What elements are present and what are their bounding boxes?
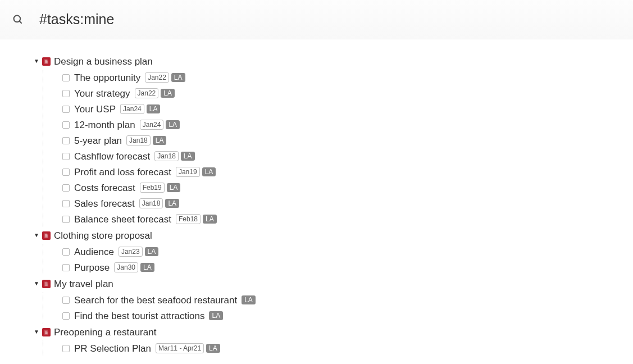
task-row[interactable]: Search for the best seafood restaurantLA [62,292,633,308]
task-title[interactable]: Audience [74,247,114,257]
assignee-badge: LA [147,104,161,113]
task-list: The opportunityJan22LAYour strategyJan22… [43,70,633,227]
task-list: AudienceJan23LAPurposeJan30LA [43,244,633,275]
task-title[interactable]: Find the best tourist attractions [74,311,204,321]
task-checkbox[interactable] [62,137,70,144]
assignee-badge: LA [166,120,180,129]
assignee-badge: LA [171,73,185,82]
date-badge: Jan18 [126,135,151,145]
disclosure-triangle-icon[interactable]: ▼ [33,329,40,335]
task-title[interactable]: Balance sheet forecast [74,215,171,224]
search-query[interactable]: #tasks:mine [39,11,114,28]
task-checkbox[interactable] [62,248,70,256]
date-badge: Jan23 [119,247,143,257]
task-title[interactable]: PR Selection Plan [74,344,151,353]
task-row[interactable]: Costs forecastFeb19LA [62,180,633,195]
task-row[interactable]: PurposeJan30LA [62,260,633,275]
task-row[interactable]: Balance sheet forecastFeb18LA [62,211,633,227]
date-badge: Jan22 [135,88,159,98]
assignee-badge: LA [203,215,217,224]
document-node[interactable]: ▼Design a business plan [33,53,633,70]
date-badge: Jan24 [140,120,164,130]
document-icon [42,280,51,288]
task-title[interactable]: Your strategy [74,89,130,98]
assignee-badge: LA [153,136,167,145]
task-checkbox[interactable] [62,169,70,176]
document-icon [42,328,51,336]
assignee-badge: LA [206,344,220,353]
document-icon [42,231,51,240]
date-badge: Mar11 - Apr21 [156,343,204,353]
task-title[interactable]: 12-month plan [74,120,135,130]
disclosure-triangle-icon[interactable]: ▼ [33,233,40,238]
document-node[interactable]: ▼Preopening a restaurant [33,324,633,340]
task-checkbox[interactable] [62,200,70,207]
task-checkbox[interactable] [62,345,70,352]
document-title[interactable]: Preopening a restaurant [54,327,156,337]
svg-line-1 [20,21,22,23]
svg-point-0 [14,15,21,22]
task-checkbox[interactable] [62,184,70,192]
task-row[interactable]: Find the best tourist attractionsLA [62,308,633,324]
date-badge: Jan19 [176,167,200,177]
task-row[interactable]: Sales forecastJan18LA [62,195,633,211]
date-badge: Jan18 [139,198,163,208]
document-title[interactable]: My travel plan [54,279,113,289]
task-checkbox[interactable] [62,312,70,320]
task-checkbox[interactable] [62,106,70,113]
task-title[interactable]: Purpose [74,263,110,272]
task-checkbox[interactable] [62,153,70,160]
task-row[interactable]: The opportunityJan22LA [62,70,633,85]
document-title[interactable]: Clothing store proposal [54,231,152,240]
disclosure-triangle-icon[interactable]: ▼ [33,281,40,286]
task-row[interactable]: Cashflow forecastJan18LA [62,148,633,164]
task-title[interactable]: Cashflow forecast [74,152,150,161]
task-checkbox[interactable] [62,74,70,81]
assignee-badge: LA [161,89,175,98]
task-title[interactable]: Costs forecast [74,183,135,193]
task-checkbox[interactable] [62,297,70,304]
task-row[interactable]: PR Selection PlanMar11 - Apr21LA [62,340,633,356]
task-list: PR Selection PlanMar11 - Apr21LA [43,340,633,356]
document-title[interactable]: Design a business plan [54,57,153,66]
date-badge: Jan30 [114,262,138,272]
document-icon [42,57,51,66]
date-badge: Feb19 [140,183,165,193]
assignee-badge: LA [181,152,195,161]
search-bar: #tasks:mine [0,0,633,39]
document-node[interactable]: ▼Clothing store proposal [33,227,633,244]
date-badge: Jan24 [120,104,144,114]
task-checkbox[interactable] [62,90,70,97]
assignee-badge: LA [140,263,154,272]
task-title[interactable]: Search for the best seafood restaurant [74,295,237,305]
document-node[interactable]: ▼My travel plan [33,275,633,292]
task-title[interactable]: Sales forecast [74,199,135,208]
task-row[interactable]: AudienceJan23LA [62,244,633,260]
assignee-badge: LA [242,295,256,304]
date-badge: Feb18 [176,214,201,224]
search-icon[interactable] [12,14,24,25]
task-title[interactable]: 5-year plan [74,136,122,145]
date-badge: Jan22 [145,72,169,83]
task-checkbox[interactable] [62,264,70,271]
task-title[interactable]: Profit and loss forecast [74,167,171,177]
task-row[interactable]: Your strategyJan22LA [62,85,633,101]
assignee-badge: LA [202,167,216,176]
task-row[interactable]: 5-year planJan18LA [62,133,633,148]
task-checkbox[interactable] [62,121,70,129]
task-row[interactable]: Profit and loss forecastJan19LA [62,164,633,180]
task-row[interactable]: Your USPJan24LA [62,101,633,117]
task-title[interactable]: The opportunity [74,73,140,83]
assignee-badge: LA [167,183,181,192]
disclosure-triangle-icon[interactable]: ▼ [33,58,40,64]
task-title[interactable]: Your USP [74,104,116,114]
assignee-badge: LA [145,247,159,256]
task-row[interactable]: 12-month planJan24LA [62,117,633,133]
date-badge: Jan18 [154,151,179,161]
task-list: Search for the best seafood restaurantLA… [43,292,633,324]
assignee-badge: LA [165,199,179,208]
task-checkbox[interactable] [62,216,70,223]
results-tree: ▼Design a business planThe opportunityJa… [0,39,633,363]
assignee-badge: LA [209,311,223,320]
